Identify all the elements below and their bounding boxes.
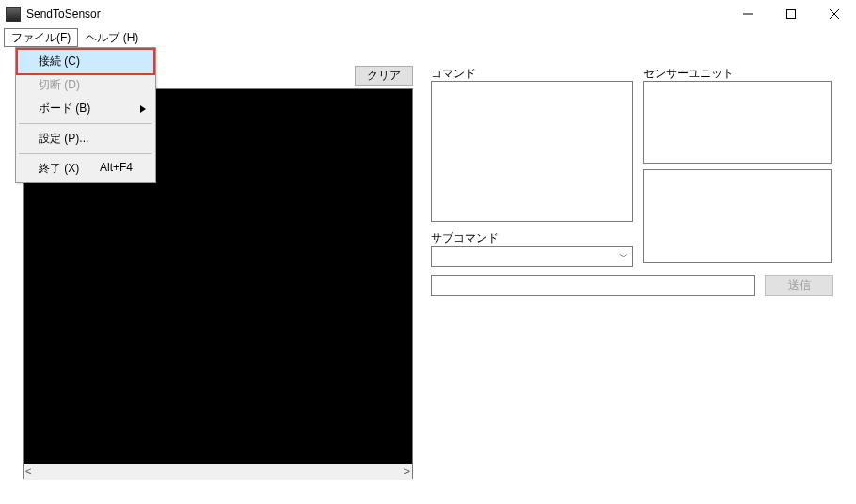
subcommand-select[interactable]: ﹀: [431, 246, 633, 267]
submenu-arrow-icon: [140, 102, 146, 116]
scroll-right-icon[interactable]: >: [404, 466, 410, 477]
chevron-down-icon: ﹀: [619, 250, 628, 263]
window-controls: [726, 0, 856, 28]
menu-file[interactable]: ファイル(F): [4, 28, 78, 47]
app-icon: [6, 7, 21, 22]
menu-item-label: 終了 (X): [39, 161, 79, 177]
svg-rect-1: [787, 10, 796, 19]
sensor-unit-listbox[interactable]: [643, 81, 832, 164]
file-menu-dropdown: 接続 (C) 切断 (D) ボード (B) 設定 (P)... 終了 (X) A…: [15, 47, 156, 183]
sensor-detail-listbox[interactable]: [643, 169, 832, 263]
menu-item-label: 切断 (D): [39, 77, 80, 93]
menu-help[interactable]: ヘルプ (H): [78, 28, 146, 47]
menu-item-exit[interactable]: 終了 (X) Alt+F4: [18, 157, 153, 181]
command-listbox[interactable]: [431, 81, 633, 222]
close-button[interactable]: [813, 0, 856, 28]
menu-item-label: 接続 (C): [39, 54, 80, 70]
titlebar: SendToSensor: [0, 0, 856, 28]
menu-item-label: ボード (B): [39, 101, 90, 117]
clear-button[interactable]: クリア: [355, 66, 413, 86]
minimize-button[interactable]: [726, 0, 769, 28]
menubar: ファイル(F) ヘルプ (H): [0, 28, 856, 47]
menu-item-label: 設定 (P)...: [39, 131, 88, 147]
window-title: SendToSensor: [26, 8, 101, 21]
sensor-unit-label: センサーユニット: [643, 66, 734, 82]
menu-separator: [19, 123, 152, 124]
menu-item-connect[interactable]: 接続 (C): [16, 48, 155, 75]
menu-item-board[interactable]: ボード (B): [18, 97, 153, 120]
menu-item-disconnect: 切断 (D): [18, 73, 153, 97]
scroll-left-icon[interactable]: <: [25, 466, 31, 477]
command-line-input[interactable]: [431, 275, 755, 296]
svg-marker-4: [140, 105, 146, 113]
menu-item-settings[interactable]: 設定 (P)...: [18, 127, 153, 150]
menu-separator: [19, 153, 152, 154]
command-label: コマンド: [431, 66, 476, 82]
horizontal-scrollbar[interactable]: < >: [24, 464, 412, 480]
subcommand-label: サブコマンド: [431, 230, 499, 246]
maximize-button[interactable]: [769, 0, 813, 28]
menu-item-shortcut: Alt+F4: [100, 161, 133, 177]
send-button[interactable]: 送信: [765, 275, 833, 296]
